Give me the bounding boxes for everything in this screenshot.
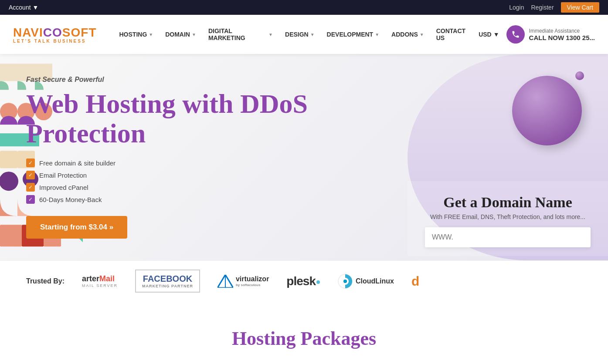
chevron-down-icon: ▼ [375,32,379,37]
svg-point-20 [343,280,347,283]
feature-2: ✓ Email Protection [26,171,381,179]
feature-3: ✓ Improved cPanel [26,183,381,192]
hero-tagline: Fast Secure & Powerful [26,76,381,84]
cloudlinux-logo: CloudLinux [337,273,394,289]
domain-search-bar [425,227,591,247]
check-icon-1: ✓ [26,158,35,167]
domain-title: Get a Domain Name [425,194,591,211]
plesk-logo: plesk [286,274,320,288]
last-partial-logo: d [411,274,419,289]
purple-ball [512,76,582,145]
top-bar-left: Account ▼ [9,4,38,11]
nav-item-development[interactable]: DEVELOPMENT ▼ [322,27,384,41]
check-icon-2: ✓ [26,171,35,179]
hero-features-list: ✓ Free domain & site builder ✓ Email Pro… [26,158,381,204]
phone-area: Immediate Assistance CALL NOW 1300 25... [506,25,595,44]
phone-icon [506,25,525,44]
chevron-down-icon: ▼ [149,32,153,37]
purple-ball-small [575,71,584,80]
check-icon-3: ✓ [26,183,35,192]
hero-section: Fast Secure & Powerful Web Hosting with … [0,54,608,260]
trusted-by-bar: Trusted By: arterMail mail server FACEBO… [0,260,608,301]
hero-content: Fast Secure & Powerful Web Hosting with … [0,54,408,260]
domain-subtitle: With FREE Email, DNS, Theft Protection, … [425,213,591,220]
top-bar: Account ▼ Login Register View Cart [0,0,608,15]
artermail-logo: arterMail mail server [82,274,118,288]
domain-search-input[interactable] [425,227,591,247]
login-link[interactable]: Login [509,4,524,11]
hero-title: Web Hosting with DDoS Protection [26,89,381,148]
account-label: Account [9,4,31,11]
chevron-down-icon: ▼ [268,32,273,37]
packages-title: Hosting Packages [26,327,582,350]
register-link[interactable]: Register [531,4,554,11]
hero-domain-section: Get a Domain Name With FREE Email, DNS, … [408,54,608,260]
check-icon-4: ✓ [26,195,35,204]
currency-chevron-icon: ▼ [493,31,499,38]
top-bar-right: Login Register View Cart [509,2,599,13]
nav-item-domain[interactable]: DOMAIN ▼ [160,27,201,41]
logo-text: NAVICOSOFT [13,26,97,40]
account-button[interactable]: Account ▼ [9,4,38,11]
chevron-down-icon: ▼ [192,32,196,37]
feature-4: ✓ 60-Days Money-Back [26,195,381,204]
view-cart-button[interactable]: View Cart [561,2,599,13]
navbar: NAVICOSOFT LET'S TALK BUSINESS HOSTING ▼… [0,15,608,54]
logo-sub: LET'S TALK BUSINESS [13,39,97,44]
virtualizor-logo: virtualizor by softaculous [217,275,269,288]
nav-item-addons[interactable]: ADDONS ▼ [386,27,429,41]
nav-links: HOSTING ▼ DOMAIN ▼ DIGITAL MARKETING ▼ D… [114,24,479,45]
phone-details: Immediate Assistance CALL NOW 1300 25... [529,28,595,41]
trusted-label: Trusted By: [26,277,65,285]
feature-1: ✓ Free domain & site builder [26,158,381,167]
packages-section: Hosting Packages [0,301,608,358]
domain-card: Get a Domain Name With FREE Email, DNS, … [408,181,608,256]
cta-button[interactable]: Starting from $3.04 » [26,216,127,239]
currency-selector[interactable]: USD ▼ [479,31,499,38]
nav-right: USD ▼ Immediate Assistance CALL NOW 1300… [479,25,595,44]
chevron-down-icon: ▼ [310,32,315,37]
chevron-down-icon: ▼ [420,32,424,37]
nav-item-design[interactable]: DESIGN ▼ [280,27,320,41]
nav-item-digital-marketing[interactable]: DIGITAL MARKETING ▼ [203,24,278,45]
facebook-logo: FACEBOOK MARKETING PARTNER [135,270,200,293]
nav-item-contact-us[interactable]: CONTACT US [431,24,479,45]
account-chevron-icon: ▼ [33,4,39,11]
nav-item-hosting[interactable]: HOSTING ▼ [114,27,159,41]
trusted-logos: arterMail mail server FACEBOOK MARKETING… [82,270,419,293]
logo[interactable]: NAVICOSOFT LET'S TALK BUSINESS [13,26,97,44]
